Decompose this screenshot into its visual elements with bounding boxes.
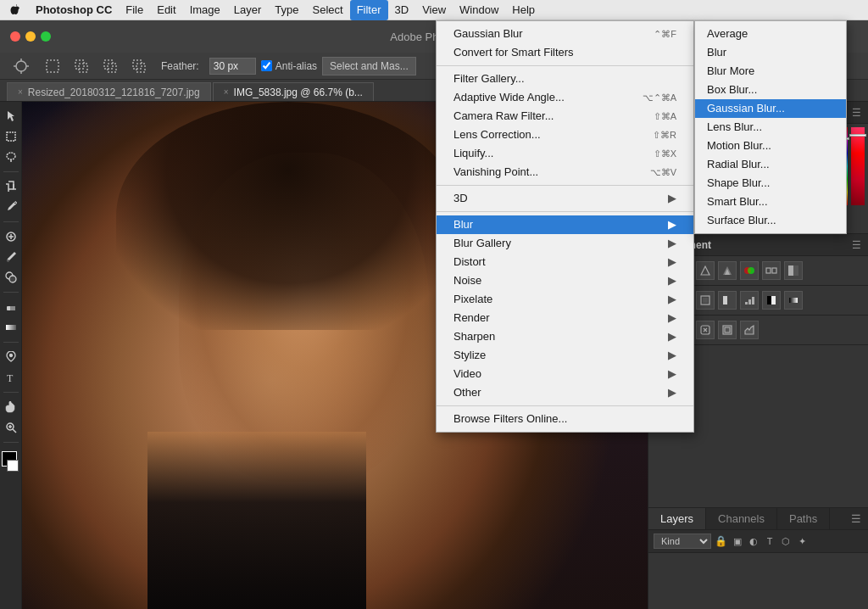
tab-resized[interactable]: × Resized_20180312_121816_7207.jpg (7, 82, 211, 101)
tool-text[interactable]: T (2, 368, 20, 387)
adj-bw[interactable] (784, 261, 803, 280)
adjustment-panel-menu[interactable]: ☰ (852, 239, 861, 251)
menu-item-pixelate[interactable]: Pixelate ▶ (437, 290, 693, 309)
blur-submenu-item-box-blur[interactable]: Box Blur... (695, 81, 846, 99)
adj-mask2[interactable] (696, 321, 715, 339)
maximize-button[interactable] (41, 31, 51, 42)
layers-filter-pixel[interactable]: ▣ (731, 534, 744, 548)
blur-submenu-item-surface-blur[interactable]: Surface Blur... (695, 211, 846, 230)
menu-type[interactable]: Type (268, 0, 305, 20)
svg-rect-50 (703, 298, 708, 303)
layers-panel-menu[interactable]: ☰ (844, 508, 868, 529)
anti-alias-checkbox[interactable] (261, 60, 272, 71)
tool-crop[interactable] (2, 177, 20, 196)
menu-layer[interactable]: Layer (227, 0, 269, 20)
menu-item-video[interactable]: Video ▶ (437, 365, 693, 383)
menu-item-blur[interactable]: Blur ▶ (437, 215, 693, 234)
layers-filter-type[interactable]: T (763, 534, 776, 548)
tool-marquee[interactable] (2, 127, 20, 146)
tool-selection[interactable] (2, 107, 20, 126)
tool-clone[interactable] (2, 268, 20, 287)
menu-item-sharpen[interactable]: Sharpen ▶ (437, 327, 693, 346)
menu-item-other[interactable]: Other ▶ (437, 383, 693, 402)
menu-item-camera-raw[interactable]: Camera Raw Filter... ⇧⌘A (437, 107, 693, 126)
tab-img5838[interactable]: × IMG_5838.jpg @ 66.7% (b... (213, 82, 374, 101)
menu-filter[interactable]: Filter (350, 0, 388, 20)
blur-submenu-item-average[interactable]: Average (695, 25, 846, 43)
adj-mask3[interactable] (718, 321, 737, 339)
layers-filter-smart[interactable]: ✦ (795, 534, 809, 548)
adj-vibrance[interactable] (718, 261, 737, 280)
adj-exposure[interactable] (696, 261, 715, 280)
menu-item-liquify[interactable]: Liquify... ⇧⌘X (437, 144, 693, 163)
adj-hsl[interactable] (740, 261, 759, 280)
menu-image[interactable]: Image (183, 0, 227, 20)
menu-item-filter-gallery[interactable]: Filter Gallery... (437, 70, 693, 88)
menu-item-convert-smart[interactable]: Convert for Smart Filters (437, 43, 693, 62)
blur-submenu-item-lens-blur[interactable]: Lens Blur... (695, 118, 846, 137)
submenu-arrow-sharpen: ▶ (668, 327, 676, 346)
tool-gradient[interactable] (2, 318, 20, 337)
tab-close-resized[interactable]: × (18, 87, 23, 97)
layers-kind-select[interactable]: Kind (654, 534, 711, 549)
select-mask-button[interactable]: Select and Mas... (322, 57, 416, 75)
menu-edit[interactable]: Edit (150, 0, 182, 20)
layers-lock-icon[interactable]: 🔒 (715, 535, 727, 547)
tool-hand[interactable] (2, 398, 20, 416)
menu-sep-3 (437, 211, 693, 212)
adj-threshold[interactable] (762, 291, 781, 310)
layers-filter-adj[interactable]: ◐ (747, 534, 760, 548)
tab-paths[interactable]: Paths (777, 508, 830, 529)
menu-item-vanishing-point[interactable]: Vanishing Point... ⌥⌘V (437, 163, 693, 182)
menu-item-browse-filters[interactable]: Browse Filters Online... (437, 410, 693, 428)
adj-colbal[interactable] (762, 261, 781, 280)
blur-submenu-item-gaussian-blur[interactable]: Gaussian Blur... (695, 99, 846, 118)
menu-window[interactable]: Window (453, 0, 505, 20)
tool-zoom[interactable] (2, 418, 20, 437)
menu-view[interactable]: View (415, 0, 453, 20)
menu-3d[interactable]: 3D (388, 0, 416, 20)
menu-item-blur-gallery[interactable]: Blur Gallery ▶ (437, 234, 693, 253)
blur-submenu-item-blur-more[interactable]: Blur More (695, 62, 846, 81)
menu-item-adaptive-wide[interactable]: Adaptive Wide Angle... ⌥⌃⌘A (437, 88, 693, 107)
tool-heal[interactable] (2, 227, 20, 246)
menu-item-noise[interactable]: Noise ▶ (437, 271, 693, 290)
adj-mask4[interactable] (740, 321, 759, 339)
menu-item-distort[interactable]: Distort ▶ (437, 253, 693, 271)
menu-file[interactable]: File (119, 0, 150, 20)
tool-pen[interactable] (2, 348, 20, 366)
tab-close-img5838[interactable]: × (224, 87, 229, 97)
blur-submenu-item-smart-blur[interactable]: Smart Blur... (695, 193, 846, 211)
feather-input[interactable] (209, 58, 256, 75)
adj-colorlookup[interactable] (696, 291, 715, 310)
background-color[interactable] (7, 460, 19, 472)
svg-rect-8 (104, 60, 113, 69)
blur-submenu-item-shape-blur[interactable]: Shape Blur... (695, 174, 846, 193)
menu-select[interactable]: Select (305, 0, 349, 20)
adj-posterize[interactable] (740, 291, 759, 310)
menu-item-3d[interactable]: 3D ▶ (437, 189, 693, 208)
blur-submenu-item-blur[interactable]: Blur (695, 43, 846, 62)
tab-layers[interactable]: Layers (648, 508, 706, 529)
menu-appname[interactable]: Photoshop CC (29, 0, 119, 20)
close-button[interactable] (10, 31, 20, 42)
layers-filter-shape[interactable]: ⬡ (779, 534, 793, 548)
color-swatches[interactable] (0, 451, 22, 478)
menu-item-gaussian-blur-top[interactable]: Gaussian Blur ⌃⌘F (437, 25, 693, 43)
tool-brush[interactable] (2, 248, 20, 266)
blur-submenu-item-radial-blur[interactable]: Radial Blur... (695, 155, 846, 174)
tab-channels[interactable]: Channels (706, 508, 777, 529)
menu-item-stylize[interactable]: Stylize ▶ (437, 346, 693, 365)
tool-eraser[interactable] (2, 298, 20, 316)
color-panel-menu[interactable]: ☰ (852, 107, 861, 119)
tool-lasso[interactable] (2, 148, 20, 166)
red-channel-strip[interactable] (851, 127, 865, 205)
adj-gradient-map[interactable] (784, 291, 803, 310)
blur-submenu-item-motion-blur[interactable]: Motion Blur... (695, 137, 846, 155)
menu-item-render[interactable]: Render ▶ (437, 309, 693, 327)
menu-help[interactable]: Help (505, 0, 542, 20)
minimize-button[interactable] (25, 31, 36, 42)
tool-eyedropper[interactable] (2, 198, 20, 216)
adj-invert[interactable] (718, 291, 737, 310)
menu-item-lens-correction[interactable]: Lens Correction... ⇧⌘R (437, 126, 693, 144)
